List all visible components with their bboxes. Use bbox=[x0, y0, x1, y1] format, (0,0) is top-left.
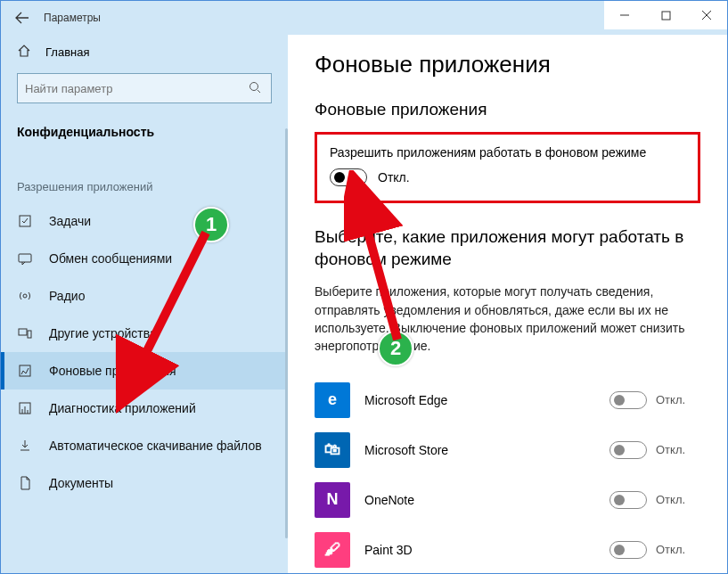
sidebar-item-label: Радио bbox=[49, 289, 85, 303]
sidebar-item-documents[interactable]: Документы bbox=[1, 464, 288, 502]
toggle-knob bbox=[614, 445, 625, 455]
app-name: Paint 3D bbox=[364, 543, 609, 557]
home-label: Главная bbox=[45, 45, 89, 59]
toggle-knob bbox=[614, 545, 625, 555]
sidebar-item-other-devices[interactable]: Другие устройства bbox=[1, 315, 288, 352]
app-icon: N bbox=[315, 482, 350, 518]
sidebar: Главная Конфиденциальность Разрешения пр… bbox=[1, 35, 288, 573]
app-toggle-wrap: Откл. bbox=[609, 541, 700, 559]
app-row: 🛍Microsoft StoreОткл. bbox=[315, 425, 700, 475]
app-list: eMicrosoft EdgeОткл.🛍Microsoft StoreОткл… bbox=[315, 375, 700, 573]
maximize-button[interactable] bbox=[645, 1, 686, 29]
app-toggle[interactable] bbox=[609, 441, 647, 459]
home-icon bbox=[17, 44, 31, 61]
documents-icon bbox=[17, 475, 33, 491]
sidebar-item-auto-download[interactable]: Автоматическое скачивание файлов bbox=[1, 427, 288, 464]
app-row: 🖌Paint 3DОткл. bbox=[315, 525, 700, 573]
content-pane: Фоновые приложения Фоновые приложения Ра… bbox=[288, 35, 727, 573]
app-row: eMicrosoft EdgeОткл. bbox=[315, 375, 700, 425]
section1-title: Фоновые приложения bbox=[315, 100, 700, 119]
devices-icon bbox=[17, 325, 33, 341]
svg-rect-3 bbox=[19, 254, 31, 262]
titlebar: Параметры bbox=[1, 1, 727, 35]
sidebar-item-label: Фоновые приложения bbox=[49, 364, 176, 378]
sidebar-item-label: Автоматическое скачивание файлов bbox=[49, 439, 262, 453]
close-button[interactable] bbox=[686, 1, 727, 29]
sidebar-item-label: Документы bbox=[49, 476, 113, 490]
app-icon: e bbox=[315, 382, 350, 418]
app-name: OneNote bbox=[364, 493, 609, 507]
toggle-knob bbox=[614, 395, 625, 406]
annotation-highlight-box: Разрешить приложениям работать в фоновом… bbox=[315, 132, 700, 203]
messaging-icon bbox=[17, 250, 33, 266]
arrow-left-icon bbox=[15, 11, 29, 25]
svg-rect-0 bbox=[662, 12, 670, 20]
app-icon: 🛍 bbox=[315, 432, 350, 468]
sidebar-item-app-diagnostics[interactable]: Диагностика приложений bbox=[1, 390, 288, 427]
page-title: Фоновые приложения bbox=[315, 51, 700, 78]
app-toggle-state: Откл. bbox=[656, 493, 691, 506]
search-icon bbox=[246, 81, 264, 96]
background-apps-icon bbox=[17, 363, 33, 379]
radio-icon bbox=[17, 288, 33, 304]
category-title: Конфиденциальность bbox=[1, 119, 288, 155]
app-name: Microsoft Store bbox=[364, 443, 609, 457]
minimize-button[interactable] bbox=[604, 1, 645, 29]
app-icon: 🖌 bbox=[315, 532, 350, 568]
app-toggle[interactable] bbox=[609, 391, 647, 409]
app-row: NOneNoteОткл. bbox=[315, 475, 700, 525]
master-toggle-row: Откл. bbox=[330, 168, 685, 186]
app-toggle-state: Откл. bbox=[656, 543, 691, 556]
sidebar-item-label: Задачи bbox=[49, 214, 91, 228]
svg-rect-5 bbox=[19, 329, 27, 335]
app-toggle-wrap: Откл. bbox=[609, 391, 700, 409]
download-icon bbox=[17, 438, 33, 454]
svg-rect-6 bbox=[28, 331, 31, 338]
minimize-icon bbox=[619, 10, 630, 20]
maximize-icon bbox=[661, 11, 671, 20]
home-button[interactable]: Главная bbox=[1, 35, 288, 73]
svg-point-4 bbox=[23, 294, 27, 298]
close-icon bbox=[701, 10, 712, 20]
app-toggle-state: Откл. bbox=[656, 443, 691, 456]
toggle-knob bbox=[334, 172, 345, 183]
app-toggle[interactable] bbox=[609, 541, 647, 559]
sidebar-item-radio[interactable]: Радио bbox=[1, 277, 288, 315]
section2-title: Выберите, какие приложения могут работат… bbox=[315, 226, 698, 270]
app-toggle-wrap: Откл. bbox=[609, 491, 700, 509]
master-toggle[interactable] bbox=[330, 168, 367, 186]
app-toggle-state: Откл. bbox=[656, 393, 691, 406]
tasks-icon bbox=[17, 213, 33, 229]
toggle-knob bbox=[614, 495, 625, 505]
section2-description: Выберите приложения, которые могут получ… bbox=[315, 283, 689, 355]
master-toggle-state: Откл. bbox=[378, 170, 410, 184]
sidebar-item-messaging[interactable]: Обмен сообщениями bbox=[1, 240, 288, 277]
sidebar-item-label: Другие устройства bbox=[49, 326, 157, 340]
app-toggle[interactable] bbox=[609, 491, 647, 509]
search-input[interactable] bbox=[25, 82, 246, 95]
svg-point-1 bbox=[250, 82, 258, 90]
search-box[interactable] bbox=[17, 73, 272, 103]
back-button[interactable] bbox=[1, 1, 44, 35]
sidebar-item-label: Обмен сообщениями bbox=[49, 251, 172, 266]
app-toggle-wrap: Откл. bbox=[609, 441, 700, 459]
window-title: Параметры bbox=[44, 12, 101, 24]
diagnostics-icon bbox=[17, 400, 33, 416]
svg-rect-7 bbox=[20, 365, 30, 376]
settings-window: WINNOTE.RU Параметры bbox=[0, 0, 728, 574]
master-toggle-label: Разрешить приложениям работать в фоновом… bbox=[330, 145, 685, 160]
sidebar-item-label: Диагностика приложений bbox=[49, 401, 196, 415]
window-controls bbox=[604, 1, 727, 29]
sidebar-item-background-apps[interactable]: Фоновые приложения bbox=[1, 352, 288, 390]
section-label: Разрешения приложений bbox=[1, 155, 288, 202]
sidebar-item-tasks[interactable]: Задачи bbox=[1, 202, 288, 240]
app-name: Microsoft Edge bbox=[364, 393, 609, 407]
body: Главная Конфиденциальность Разрешения пр… bbox=[1, 35, 727, 573]
